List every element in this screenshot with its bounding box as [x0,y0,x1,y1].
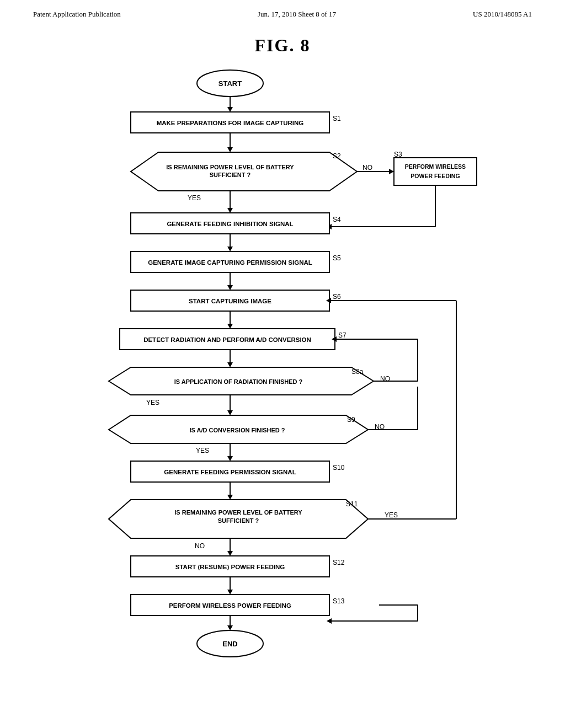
svg-text:S3: S3 [394,151,402,158]
svg-text:S1: S1 [333,115,341,122]
svg-marker-70 [227,495,233,500]
svg-marker-35 [227,285,233,290]
svg-text:S5: S5 [333,254,341,262]
svg-marker-56 [227,410,233,415]
svg-marker-87 [227,590,233,595]
svg-marker-92 [227,625,233,630]
svg-text:YES: YES [385,511,398,519]
header-right: US 2010/148085 A1 [473,10,532,19]
svg-marker-40 [227,324,233,329]
svg-text:IS REMAINING POWER LEVEL OF BA: IS REMAINING POWER LEVEL OF BATTERY [174,509,302,516]
svg-text:S6: S6 [333,293,341,301]
diagram-title: FIG. 8 [0,35,565,56]
svg-text:DETECT RADIATION AND PERFORM A: DETECT RADIATION AND PERFORM A/D CONVERS… [143,336,311,343]
svg-marker-82 [227,551,233,556]
svg-text:S12: S12 [333,559,345,566]
flowchart-diagram: START MAKE PREPARATIONS FOR IMAGE CAPTUR… [76,56,489,684]
svg-text:S8a: S8a [351,368,364,376]
svg-text:START CAPTURING IMAGE: START CAPTURING IMAGE [189,298,271,304]
svg-text:IS REMAINING POWER LEVEL OF BA: IS REMAINING POWER LEVEL OF BATTERY [166,164,294,170]
svg-text:POWER FEEDING: POWER FEEDING [411,173,460,179]
svg-text:S10: S10 [333,464,345,472]
svg-text:S4: S4 [333,216,341,223]
svg-marker-8 [227,147,233,152]
svg-text:IS APPLICATION OF RADIATION FI: IS APPLICATION OF RADIATION FINISHED ? [174,378,303,385]
svg-text:S2: S2 [333,152,341,160]
svg-text:YES: YES [196,447,209,454]
svg-text:START: START [218,79,242,88]
svg-text:S9: S9 [347,416,355,424]
svg-text:S13: S13 [333,597,345,605]
svg-text:NO: NO [195,542,205,550]
header-left: Patent Application Publication [33,10,121,19]
svg-marker-45 [227,362,233,367]
svg-text:START (RESUME) POWER FEEDING: START (RESUME) POWER FEEDING [175,564,285,570]
svg-text:YES: YES [188,194,201,202]
svg-marker-65 [227,456,233,461]
page-header: Patent Application Publication Jun. 17, … [0,0,565,19]
svg-text:SUFFICIENT ?: SUFFICIENT ? [218,517,259,524]
svg-text:MAKE PREPARATIONS FOR IMAGE CA: MAKE PREPARATIONS FOR IMAGE CAPTURING [157,120,304,126]
svg-text:GENERATE FEEDING INHIBITION SI: GENERATE FEEDING INHIBITION SIGNAL [167,221,293,227]
svg-text:IS A/D CONVERSION FINISHED ?: IS A/D CONVERSION FINISHED ? [189,427,285,433]
svg-text:END: END [222,640,237,648]
svg-marker-99 [327,618,332,624]
svg-marker-30 [227,247,233,251]
svg-text:PERFORM WIRELESS: PERFORM WIRELESS [405,163,466,170]
svg-marker-3 [227,107,233,112]
svg-rect-19 [394,158,477,185]
svg-marker-16 [227,208,233,213]
header-middle: Jun. 17, 2010 Sheet 8 of 17 [258,10,336,19]
svg-text:SUFFICIENT ?: SUFFICIENT ? [210,172,251,178]
svg-text:S7: S7 [338,331,347,339]
svg-text:S11: S11 [346,500,358,508]
svg-text:YES: YES [146,399,159,406]
svg-text:GENERATE FEEDING PERMISSION SI: GENERATE FEEDING PERMISSION SIGNAL [164,469,296,475]
svg-text:GENERATE IMAGE CAPTURING PERMI: GENERATE IMAGE CAPTURING PERMISSION SIGN… [148,259,312,266]
svg-text:PERFORM WIRELESS POWER FEEDING: PERFORM WIRELESS POWER FEEDING [169,602,291,609]
svg-text:NO: NO [363,164,372,172]
svg-marker-18 [389,169,394,174]
